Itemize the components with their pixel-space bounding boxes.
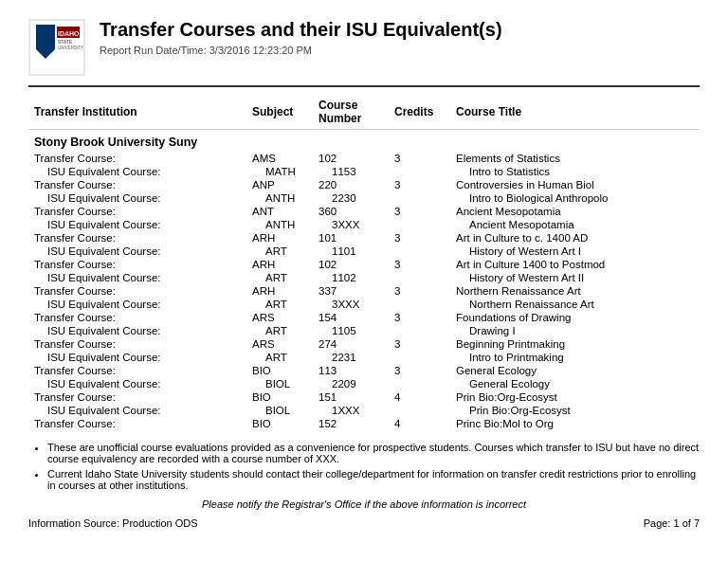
header-text-block: Transfer Courses and their ISU Equivalen… — [100, 19, 502, 56]
course-number: 360 — [313, 205, 389, 218]
course-subject: ANP — [246, 178, 313, 191]
course-number: 113 — [313, 364, 389, 377]
transfer-course-label: Transfer Course: — [28, 205, 246, 218]
svg-text:UNIVERSITY: UNIVERSITY — [58, 45, 83, 50]
col-header-credits: Credits — [389, 95, 450, 130]
section-title: Stony Brook University Suny — [28, 130, 700, 153]
table-row: Transfer Course:ARH1023Art in Culture 14… — [28, 258, 700, 271]
transfer-course-label: Transfer Course: — [28, 311, 246, 324]
course-credits — [389, 191, 450, 205]
table-row: Transfer Course:BIO1514Prin Bio:Org-Ecos… — [28, 390, 700, 404]
course-number: 3XXX — [313, 218, 389, 231]
course-subject: ANTH — [246, 218, 313, 231]
table-row: Transfer Course:ARH1013Art in Culture to… — [28, 231, 700, 245]
course-credits — [389, 245, 450, 258]
course-credits: 3 — [389, 205, 450, 218]
svg-rect-1 — [36, 25, 55, 49]
transfer-course-label: Transfer Course: — [28, 390, 246, 404]
isu-course-label: ISU Equivalent Course: — [28, 191, 246, 205]
course-number: 3XXX — [313, 298, 389, 311]
course-number: 220 — [313, 178, 389, 191]
table-row: Transfer Course:ARS2743Beginning Printma… — [28, 337, 700, 351]
course-title: Prin Bio:Org-Ecosyst — [450, 390, 700, 404]
course-title: Drawing I — [450, 324, 700, 337]
table-header-row: Transfer Institution Subject CourseNumbe… — [28, 95, 700, 130]
course-number: 2209 — [313, 377, 389, 390]
courses-table: Transfer Institution Subject CourseNumbe… — [28, 95, 700, 430]
course-number: 2231 — [313, 351, 389, 364]
table-row: Transfer Course:ANT3603Ancient Mesopotam… — [28, 205, 700, 218]
transfer-course-label: Transfer Course: — [28, 178, 246, 191]
transfer-course-label: Transfer Course: — [28, 337, 246, 351]
course-credits: 3 — [389, 152, 450, 165]
table-row: ISU Equivalent Course:BIOL1XXXPrin Bio:O… — [28, 404, 700, 417]
course-credits — [389, 165, 450, 178]
table-row: ISU Equivalent Course:ANTH3XXXAncient Me… — [28, 218, 700, 231]
isu-course-label: ISU Equivalent Course: — [28, 404, 246, 417]
footer-notify: Please notify the Registrar's Office if … — [28, 499, 700, 510]
course-credits: 3 — [389, 284, 450, 298]
course-number: 1101 — [313, 245, 389, 258]
course-number: 101 — [313, 231, 389, 245]
course-subject: ARS — [246, 311, 313, 324]
course-credits: 3 — [389, 311, 450, 324]
transfer-course-label: Transfer Course: — [28, 152, 246, 165]
course-number: 151 — [313, 390, 389, 404]
course-subject: MATH — [246, 165, 313, 178]
course-subject: ARS — [246, 337, 313, 351]
course-number: 152 — [313, 417, 389, 430]
course-subject: ART — [246, 298, 313, 311]
course-title: Controversies in Human Biol — [450, 178, 700, 191]
table-row: ISU Equivalent Course:BIOL2209General Ec… — [28, 377, 700, 390]
course-title: History of Western Art I — [450, 245, 700, 258]
svg-text:IDAHO: IDAHO — [58, 30, 80, 37]
table-row: ISU Equivalent Course:ART1101History of … — [28, 245, 700, 258]
course-credits — [389, 324, 450, 337]
course-subject: ARH — [246, 284, 313, 298]
footer-bullet-item: These are unofficial course evaluations … — [47, 442, 700, 464]
course-credits — [389, 298, 450, 311]
course-number: 1153 — [313, 165, 389, 178]
course-subject: ANTH — [246, 191, 313, 205]
transfer-course-label: Transfer Course: — [28, 258, 246, 271]
course-title: Prin Bio:Org-Ecosyst — [450, 404, 700, 417]
course-credits — [389, 218, 450, 231]
course-title: Intro to Statistics — [450, 165, 700, 178]
course-title: Intro to Printmaking — [450, 351, 700, 364]
transfer-course-label: Transfer Course: — [28, 231, 246, 245]
course-title: Northern Renaissance Art — [450, 284, 700, 298]
course-subject: AMS — [246, 152, 313, 165]
footer-bullet-item: Current Idaho State University students … — [47, 468, 700, 491]
table-row: ISU Equivalent Course:ART1105Drawing I — [28, 324, 700, 337]
course-number: 102 — [313, 152, 389, 165]
course-subject: BIO — [246, 364, 313, 377]
course-subject: BIOL — [246, 377, 313, 390]
isu-course-label: ISU Equivalent Course: — [28, 245, 246, 258]
report-run-date: Report Run Date/Time: 3/3/2016 12:23:20 … — [100, 45, 502, 56]
course-subject: ART — [246, 351, 313, 364]
footer-info: Information Source: Production ODS Page:… — [28, 517, 700, 529]
course-title: Ancient Mesopotamia — [450, 205, 700, 218]
col-header-course-title: Course Title — [450, 95, 700, 130]
course-title: Intro to Biological Anthropolo — [450, 191, 700, 205]
course-subject: ARH — [246, 258, 313, 271]
isu-course-label: ISU Equivalent Course: — [28, 351, 246, 364]
course-credits: 3 — [389, 364, 450, 377]
course-number: 2230 — [313, 191, 389, 205]
table-row: ISU Equivalent Course:ART3XXXNorthern Re… — [28, 298, 700, 311]
footer-page-label: Page: 1 of 7 — [644, 517, 700, 529]
section-header-row: Stony Brook University Suny — [28, 130, 700, 153]
page-header: IDAHO STATE UNIVERSITY Transfer Courses … — [28, 19, 700, 76]
course-title: Northern Renaissance Art — [450, 298, 700, 311]
isu-course-label: ISU Equivalent Course: — [28, 165, 246, 178]
transfer-course-label: Transfer Course: — [28, 364, 246, 377]
svg-text:STATE: STATE — [58, 39, 73, 45]
course-subject: ART — [246, 324, 313, 337]
course-number: 102 — [313, 258, 389, 271]
footer-info-source: Information Source: Production ODS — [28, 517, 198, 529]
table-row: Transfer Course:BIO1524Princ Bio:Mol to … — [28, 417, 700, 430]
course-title: Beginning Printmaking — [450, 337, 700, 351]
footer-bullets-list: These are unofficial course evaluations … — [28, 442, 700, 491]
table-row: ISU Equivalent Course:ART2231Intro to Pr… — [28, 351, 700, 364]
table-row: Transfer Course:AMS1023Elements of Stati… — [28, 152, 700, 165]
